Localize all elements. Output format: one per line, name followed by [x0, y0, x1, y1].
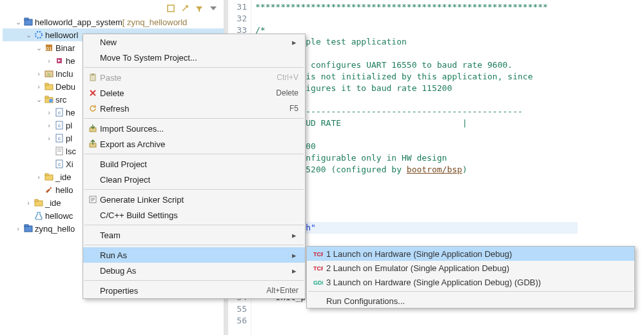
- menu-label: Refresh: [100, 104, 289, 114]
- menu-label: Team: [100, 230, 289, 240]
- txt-file-icon: [54, 146, 64, 156]
- twisty-icon[interactable]: ›: [34, 172, 44, 182]
- menu-item[interactable]: PropertiesAlt+Enter: [83, 283, 305, 298]
- menu-label: Move To System Project...: [100, 53, 298, 63]
- view-menu-icon[interactable]: [208, 3, 219, 14]
- includes-icon: h: [44, 68, 54, 79]
- svg-rect-11: [45, 96, 48, 98]
- code-text: ): [462, 165, 467, 174]
- twisty-icon[interactable]: [34, 185, 44, 195]
- submenu-item[interactable]: TCF1 Launch on Hardware (Single Applicat…: [307, 247, 634, 261]
- menu-item[interactable]: Clean Project: [83, 172, 305, 187]
- menu-label: New: [100, 37, 289, 47]
- delete-icon: [86, 88, 100, 98]
- tree-label: lsc: [66, 147, 76, 156]
- svg-text:c: c: [58, 123, 61, 128]
- menu-item[interactable]: Build Project: [83, 156, 305, 172]
- twisty-icon[interactable]: [44, 159, 54, 169]
- tree-item[interactable]: ⌄helloworld_app_system [ zynq_helloworld: [3, 15, 224, 28]
- submenu-arrow-icon: ▸: [289, 37, 298, 47]
- svg-rect-29: [24, 225, 28, 227]
- filter-icon[interactable]: [194, 3, 204, 14]
- svg-text:01: 01: [46, 46, 52, 52]
- tree-label: he: [66, 56, 75, 66]
- twisty-icon[interactable]: ⌄: [23, 30, 34, 40]
- twisty-icon[interactable]: ›: [23, 198, 34, 208]
- tree-label: zynq_hello: [35, 224, 75, 234]
- twisty-icon[interactable]: ›: [34, 68, 44, 79]
- tree-label: Debu: [55, 82, 75, 92]
- svg-rect-25: [45, 174, 48, 176]
- folder-icon: [34, 198, 44, 208]
- menu-separator: [308, 291, 633, 292]
- menu-item[interactable]: Debug As▸: [83, 263, 305, 278]
- folder-icon: [44, 172, 54, 182]
- twisty-icon[interactable]: ›: [13, 223, 23, 234]
- menu-item[interactable]: New▸: [83, 34, 305, 50]
- menu-item[interactable]: Export as Archive: [83, 136, 305, 152]
- twisty-icon[interactable]: ⌄: [13, 17, 23, 27]
- menu-item[interactable]: C/C++ Build Settings: [83, 207, 305, 223]
- refresh-icon: [86, 103, 100, 114]
- menu-item[interactable]: Team▸: [83, 227, 305, 243]
- c-file-icon: c: [54, 107, 64, 117]
- blank-icon: [86, 265, 100, 276]
- svg-rect-31: [92, 74, 94, 76]
- submenu-arrow-icon: ▸: [289, 230, 298, 240]
- submenu-item[interactable]: Run Configurations...: [307, 294, 634, 308]
- run-as-submenu[interactable]: TCF1 Launch on Hardware (Single Applicat…: [306, 246, 635, 309]
- submenu-label: Run Configurations...: [326, 296, 627, 306]
- twisty-icon[interactable]: ⌄: [34, 94, 44, 105]
- menu-separator: [84, 245, 304, 245]
- src-folder-icon: [44, 94, 54, 105]
- menu-label: Debug As: [100, 266, 289, 276]
- svg-text:TCF: TCF: [313, 265, 323, 272]
- menu-separator: [84, 225, 304, 225]
- menu-item[interactable]: Run As▸: [83, 247, 305, 263]
- tree-label: he: [66, 108, 75, 117]
- twisty-icon[interactable]: ›: [44, 133, 54, 143]
- svg-rect-27: [35, 199, 38, 201]
- menu-separator: [84, 67, 304, 68]
- svg-text:GDB: GDB: [313, 279, 323, 286]
- twisty-icon[interactable]: [23, 210, 34, 221]
- tree-label: Inclu: [55, 69, 73, 79]
- menu-item[interactable]: Import Sources...: [83, 121, 305, 136]
- tcf-icon: TCF: [309, 263, 326, 272]
- menu-separator: [84, 154, 304, 154]
- menu-label: Properties: [100, 286, 266, 296]
- menu-label: Export as Archive: [100, 139, 298, 149]
- menu-label: Run As: [100, 250, 289, 260]
- tree-label: helloworl: [45, 30, 78, 40]
- twisty-icon[interactable]: ›: [34, 81, 44, 92]
- twisty-icon[interactable]: [44, 146, 54, 156]
- blank-icon: [86, 210, 100, 220]
- twisty-icon[interactable]: ⌄: [34, 43, 44, 53]
- twisty-icon[interactable]: ›: [44, 107, 54, 117]
- submenu-item[interactable]: GDB3 Launch on Hardware (Single Applicat…: [307, 275, 634, 289]
- menu-label: Import Sources...: [100, 124, 298, 134]
- menu-separator: [84, 189, 304, 190]
- tree-label: hellowc: [45, 211, 73, 221]
- code-text: ****************************************…: [255, 2, 548, 12]
- tcf-icon: TCF: [309, 249, 326, 258]
- menu-item[interactable]: RefreshF5: [83, 101, 305, 116]
- menu-item[interactable]: DeleteDelete: [83, 85, 305, 101]
- menu-item[interactable]: Move To System Project...: [83, 50, 305, 65]
- submenu-item[interactable]: TCF2 Launch on Emulator (Single Applicat…: [307, 261, 634, 275]
- tree-label: _ide: [55, 172, 72, 182]
- collapse-icon[interactable]: [166, 3, 176, 14]
- link-editor-icon[interactable]: [180, 3, 190, 14]
- blank-icon: [86, 230, 100, 240]
- menu-item[interactable]: Generate Linker Script: [83, 192, 305, 207]
- twisty-icon[interactable]: ›: [44, 120, 54, 130]
- gdb-icon: GDB: [309, 278, 326, 287]
- twisty-icon[interactable]: ›: [44, 56, 54, 66]
- context-menu[interactable]: New▸Move To System Project...PasteCtrl+V…: [83, 34, 306, 299]
- blank-icon: [86, 285, 100, 296]
- svg-rect-9: [45, 83, 48, 85]
- svg-text:TCF: TCF: [313, 251, 323, 258]
- svg-rect-2: [24, 18, 28, 20]
- svg-text:c: c: [58, 136, 61, 141]
- submenu-label: 1 Launch on Hardware (Single Application…: [326, 249, 627, 259]
